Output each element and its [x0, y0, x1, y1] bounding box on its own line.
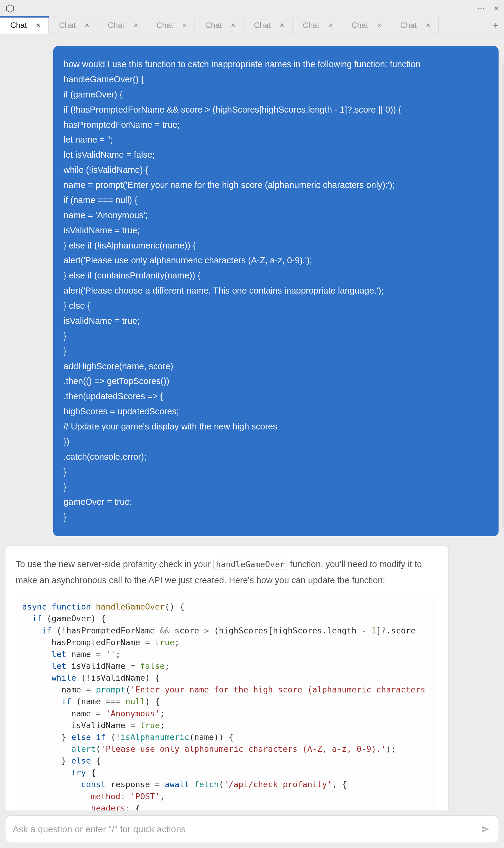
conversation-scroll[interactable]: how would I use this function to catch i… [0, 34, 504, 811]
svg-marker-0 [7, 5, 14, 13]
tab-chat-7[interactable]: Chat× [341, 17, 390, 34]
tab-close-icon[interactable]: × [231, 21, 235, 30]
tab-row: Chat×Chat×Chat×Chat×Chat×Chat×Chat×Chat×… [0, 17, 504, 34]
send-icon[interactable] [480, 824, 491, 835]
assistant-code-block[interactable]: async function handleGameOver() { if (ga… [16, 596, 438, 811]
window-close-icon[interactable]: × [494, 4, 499, 13]
tab-label: Chat [400, 21, 417, 30]
tab-close-icon[interactable]: × [182, 21, 187, 30]
tab-label: Chat [205, 21, 222, 30]
tab-add-button[interactable]: + [487, 17, 504, 34]
more-icon[interactable]: ⋯ [477, 4, 485, 13]
tab-label: Chat [254, 21, 271, 30]
tab-chat-6[interactable]: Chat× [292, 17, 341, 34]
tab-chat-8[interactable]: Chat× [390, 17, 439, 34]
tab-chat-1[interactable]: Chat× [49, 17, 97, 34]
tab-label: Chat [352, 21, 368, 30]
tab-chat-5[interactable]: Chat× [244, 17, 292, 34]
title-bar: ⋯ × [0, 0, 504, 17]
chat-input-bar [5, 815, 499, 843]
tab-label: Chat [10, 21, 27, 30]
tab-close-icon[interactable]: × [36, 21, 40, 30]
assistant-intro-before: To use the new server-side profanity che… [16, 559, 213, 569]
tab-close-icon[interactable]: × [328, 21, 333, 30]
assistant-intro-text: To use the new server-side profanity che… [16, 556, 438, 588]
tab-close-icon[interactable]: × [280, 21, 284, 30]
app-hexagon-icon [5, 4, 15, 13]
scrollbar-thumb[interactable] [502, 65, 504, 528]
tab-close-icon[interactable]: × [85, 21, 89, 30]
chat-input[interactable] [13, 824, 480, 834]
tab-close-icon[interactable]: × [377, 21, 382, 30]
tab-close-icon[interactable]: × [426, 21, 431, 30]
tab-label: Chat [59, 21, 76, 30]
inline-code-handleGameOver: handleGameOver [213, 559, 288, 570]
tab-label: Chat [303, 21, 320, 30]
user-message-bubble: how would I use this function to catch i… [53, 46, 499, 536]
tab-chat-0[interactable]: Chat× [0, 17, 49, 34]
assistant-message-card: To use the new server-side profanity che… [5, 545, 449, 811]
tab-chat-3[interactable]: Chat× [146, 17, 195, 34]
tab-chat-2[interactable]: Chat× [97, 17, 146, 34]
tab-label: Chat [108, 21, 124, 30]
tab-label: Chat [157, 21, 173, 30]
tab-chat-4[interactable]: Chat× [195, 17, 244, 34]
tab-close-icon[interactable]: × [133, 21, 138, 30]
